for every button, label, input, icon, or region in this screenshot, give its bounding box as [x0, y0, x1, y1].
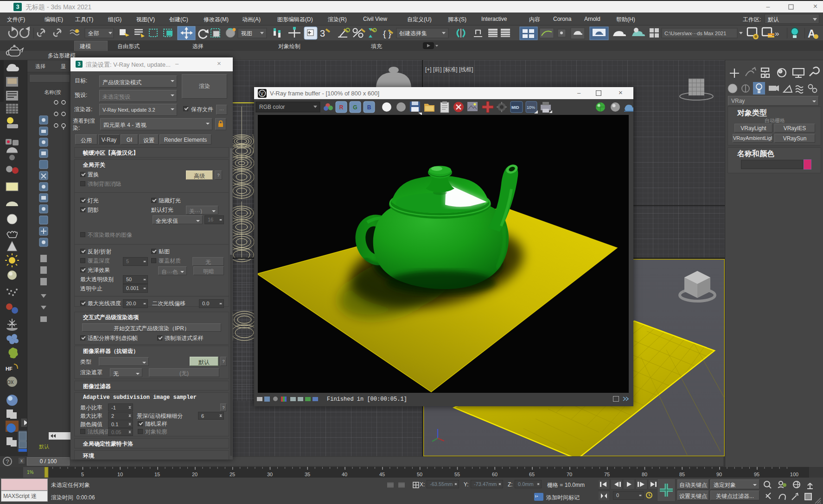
svg-text:55: 55 — [454, 472, 460, 477]
svg-text:45: 45 — [379, 472, 385, 477]
svg-text:90: 90 — [716, 472, 722, 477]
svg-text:30: 30 — [267, 472, 273, 477]
svg-text:65: 65 — [529, 472, 535, 477]
svg-text:95: 95 — [754, 472, 759, 477]
svg-text:C:\Users\wx···ds Max 2021: C:\Users\wx···ds Max 2021 — [664, 31, 726, 36]
svg-text:100: 100 — [790, 472, 798, 477]
svg-text:35: 35 — [305, 472, 310, 477]
svg-text:25: 25 — [230, 472, 235, 477]
svg-text:40: 40 — [342, 472, 347, 477]
svg-text:80: 80 — [642, 472, 647, 477]
svg-text:75: 75 — [604, 472, 610, 477]
svg-text:R: R — [339, 104, 344, 111]
svg-text:50: 50 — [417, 472, 422, 477]
svg-text:»: » — [775, 29, 779, 38]
svg-text:3: 3 — [320, 28, 325, 38]
svg-text:创建选择集: 创建选择集 — [399, 30, 427, 37]
svg-text:1%: 1% — [27, 470, 34, 475]
svg-text:60: 60 — [492, 472, 498, 477]
svg-text:视图: 视图 — [241, 30, 252, 37]
svg-text:V: V — [261, 91, 264, 96]
svg-text:10%: 10% — [527, 105, 535, 110]
svg-text:全部: 全部 — [88, 30, 99, 37]
svg-text:85: 85 — [679, 472, 685, 477]
svg-text:15: 15 — [154, 472, 160, 477]
svg-text:OX: OX — [7, 380, 14, 385]
svg-text:70: 70 — [567, 472, 572, 477]
svg-text:20: 20 — [192, 472, 198, 477]
svg-text:HF: HF — [6, 366, 13, 372]
svg-text:MID: MID — [511, 105, 519, 110]
svg-text:5: 5 — [81, 472, 84, 477]
svg-text:10: 10 — [117, 472, 123, 477]
svg-text:[+] [前] [标准] [线框]: [+] [前] [标准] [线框] — [425, 66, 473, 73]
svg-text:G: G — [353, 104, 357, 111]
svg-text:B: B — [367, 104, 371, 111]
svg-text:RGB color: RGB color — [259, 104, 285, 110]
